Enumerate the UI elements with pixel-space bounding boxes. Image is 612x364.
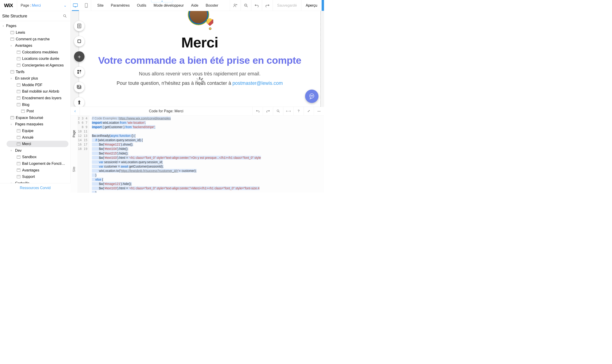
tree-item-encadrement[interactable]: Encadrement des loyers [7, 95, 69, 101]
tree-item-concierge[interactable]: Conciergeries et Agences [7, 62, 69, 68]
menu-outils[interactable]: Outils [137, 3, 146, 8]
svg-line-6 [247, 6, 248, 7]
svg-point-3 [86, 7, 86, 7]
code-search-icon[interactable] [273, 107, 283, 115]
loading-spinner-icon [195, 77, 205, 86]
tree-item-blog[interactable]: Blog [7, 102, 69, 108]
svg-point-25 [312, 96, 313, 96]
page-selector[interactable]: Page : Merci ⌄ [17, 0, 70, 11]
collaborators-icon[interactable] [230, 0, 241, 11]
code-help-icon[interactable]: ? [293, 107, 304, 115]
profile-badge-graphic [184, 11, 216, 26]
code-expand-icon[interactable]: ⤢ [304, 107, 314, 115]
corvid-resources-link[interactable]: Ressources Corvid [0, 183, 70, 193]
page-canvas[interactable]: ＋ + Merci Votre commande a bien été pris… [70, 11, 324, 107]
tree-item-lewis[interactable]: Lewis [4, 29, 69, 36]
tree-item-tarifs[interactable]: Tarifs [4, 69, 69, 75]
redo-icon[interactable] [262, 0, 273, 11]
page-icon [17, 83, 20, 87]
search-icon[interactable] [63, 14, 67, 18]
tree-item-baillog[interactable]: Bail Logement de Fonction sur … [7, 160, 69, 167]
theme-tool-icon[interactable] [74, 97, 85, 107]
background-tool-icon[interactable] [74, 36, 85, 47]
device-toggle [70, 0, 91, 11]
right-guide [320, 11, 321, 107]
page-selector-value: Merci [32, 3, 41, 8]
page-title: Merci [181, 34, 218, 51]
page-icon [17, 169, 20, 172]
menu-dev-mode[interactable]: Mode développeur [153, 3, 184, 8]
publish-button-edge[interactable] [322, 0, 324, 11]
tree-item-masquees[interactable]: ≡Pages masquées [4, 121, 69, 128]
code-redo-icon[interactable] [263, 107, 273, 115]
menu-aide[interactable]: Aide [191, 3, 198, 8]
svg-point-4 [234, 4, 235, 5]
code-title: Code for Page: Merci [80, 109, 252, 113]
tree-item-comment[interactable]: Comment ça marche [4, 36, 69, 42]
code-tab-page[interactable]: Page [72, 128, 76, 140]
page-icon [11, 70, 14, 74]
svg-point-8 [63, 14, 66, 17]
code-editor[interactable]: // Code Examples: https://www.wix.com/co… [89, 116, 324, 193]
code-minimize-icon[interactable]: — [314, 107, 324, 115]
tree-item-coloc[interactable]: Colocations meublées [7, 49, 69, 55]
undo-icon[interactable] [251, 0, 262, 11]
tree-group-pages[interactable]: ▾Pages [0, 23, 70, 29]
menu-site[interactable]: Site [97, 3, 104, 8]
tree-item-espace[interactable]: Espace Sécurisé [4, 115, 69, 121]
page-icon [17, 51, 20, 54]
code-wrap-icon[interactable]: ‹···› [283, 107, 293, 115]
apps-tool-icon[interactable]: + [74, 66, 85, 77]
tree-item-corbeille[interactable]: ≡Corbeille [4, 180, 69, 183]
media-tool-icon[interactable] [74, 82, 85, 93]
contact-email-link[interactable]: postmaster@lewis.com [233, 80, 283, 86]
add-element-tool-icon[interactable]: ＋ [74, 51, 85, 62]
svg-point-23 [311, 96, 311, 96]
menu-parametres[interactable]: Paramètres [111, 3, 130, 8]
tree-item-bailairbnb[interactable]: Bail mobilité sur Airbnb [7, 88, 69, 95]
preview-button[interactable]: Aperçu [301, 0, 322, 11]
tree-item-merci[interactable]: Merci [7, 141, 69, 147]
site-structure-panel: Site Structure ▾Pages Lewis Comment ça m… [0, 11, 70, 193]
code-undo-icon[interactable] [252, 107, 263, 115]
page-subtitle: Votre commande a bien été prise en compt… [98, 55, 301, 66]
tree-item-avantages[interactable]: ≡Avantages [4, 42, 69, 49]
tree-item-sandbox[interactable]: Sandbox [7, 154, 69, 160]
tree-item-modele[interactable]: Modèle PDF [7, 82, 69, 88]
svg-line-27 [279, 111, 280, 112]
code-panel: ‹ Code for Page: Merci ‹···› ? ⤢ — Page … [70, 107, 324, 193]
page-icon [21, 110, 25, 113]
tree-item-savoir[interactable]: ≡En savoir plus [4, 75, 69, 82]
menu-booster[interactable]: Booster [206, 3, 218, 8]
tree-item-support[interactable]: Support [7, 173, 69, 180]
page-tree: ▾Pages Lewis Comment ça marche ≡Avantage… [0, 21, 70, 183]
tree-item-courte[interactable]: Locations courte durée [7, 56, 69, 62]
sidebar-title: Site Structure [2, 13, 27, 18]
page-icon [17, 64, 20, 67]
page-icon [17, 57, 20, 60]
code-tab-site[interactable]: Site [72, 164, 76, 174]
tree-item-annule[interactable]: Annulé [7, 134, 69, 141]
page-icon [17, 156, 20, 159]
page-icon [11, 116, 14, 119]
tree-item-post[interactable]: Post [7, 108, 69, 114]
tree-item-dev[interactable]: ≡Dev [4, 147, 69, 154]
page-icon [17, 162, 20, 165]
menu-list-icon: ≡ [11, 44, 14, 47]
svg-rect-0 [73, 4, 77, 7]
left-tool-rail: ＋ + [74, 21, 85, 107]
svg-rect-15 [77, 70, 79, 72]
wix-logo[interactable]: WiX [0, 0, 17, 11]
top-collapse-hint[interactable]: ▲ [151, 0, 173, 2]
page-icon [17, 175, 20, 178]
code-back-button[interactable]: ‹ [70, 107, 80, 115]
chat-fab-button[interactable] [305, 90, 318, 103]
zoom-out-icon[interactable] [241, 0, 251, 11]
tree-item-equipe[interactable]: Equipe [7, 128, 69, 134]
tree-item-avantages2[interactable]: Avantages [7, 167, 69, 173]
desktop-device-button[interactable] [72, 0, 78, 11]
mobile-device-button[interactable] [83, 0, 89, 11]
code-toolbar: ‹···› ? ⤢ — [252, 107, 324, 115]
pages-tool-icon[interactable] [74, 21, 85, 31]
svg-rect-14 [78, 40, 81, 43]
